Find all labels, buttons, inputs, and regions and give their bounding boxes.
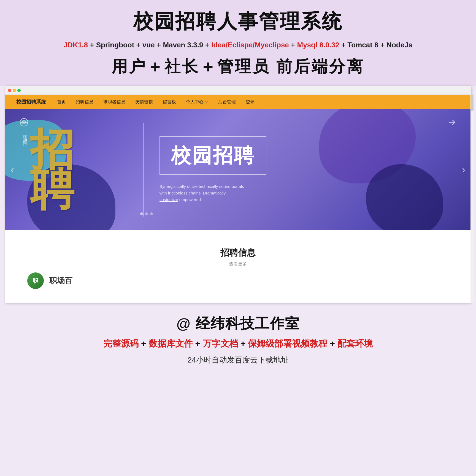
feat-plus1: + bbox=[141, 339, 149, 348]
feat-plus4: + bbox=[330, 339, 337, 348]
nav-jobs[interactable]: 招聘信息 bbox=[76, 99, 93, 105]
hero-desc: Synergistically utilize technically soun… bbox=[159, 183, 270, 203]
nav-links: 首页 招聘信息 求职者信息 友情链接 留言板 个人中心 ∨ 后台管理 登录 bbox=[57, 99, 255, 105]
close-dot[interactable] bbox=[8, 89, 11, 92]
maximize-dot[interactable] bbox=[17, 89, 21, 92]
hero-title-text: 校园招聘 bbox=[171, 142, 255, 169]
tech-stack-line: JDK1.8 + Springboot + vue + Maven 3.3.9 … bbox=[6, 40, 470, 50]
minimize-dot[interactable] bbox=[13, 89, 16, 92]
nav-message[interactable]: 留言板 bbox=[163, 99, 176, 105]
logo-area: 职 职场百 bbox=[16, 270, 460, 292]
nav-links-menu[interactable]: 友情链接 bbox=[135, 99, 153, 105]
bottom-section: @ 经纬科技工作室 完整源码 + 数据库文件 + 万字文档 + 保姆级部署视频教… bbox=[0, 303, 476, 374]
hero-small-text: 求职路上与你同行 bbox=[22, 130, 28, 139]
section-title: 招聘信息 bbox=[16, 247, 460, 259]
nav-logo[interactable]: 校园招聘系统 bbox=[16, 99, 46, 105]
features-line: 完整源码 + 数据库文件 + 万字文档 + 保姆级部署视频教程 + 配套环境 bbox=[6, 338, 470, 350]
hero-left: 求职路上与你同行 招聘 bbox=[5, 130, 137, 209]
tech-mysql: Mysql 8.0.32 bbox=[297, 41, 339, 49]
subtitle: 用户＋社长＋管理员 前后端分离 bbox=[6, 56, 470, 77]
feature-db: 数据库文件 bbox=[149, 339, 193, 348]
browser-window: 校园招聘系统 首页 招聘信息 求职者信息 友情链接 留言板 个人中心 ∨ 后台管… bbox=[5, 86, 471, 303]
download-label: 24小时自动发百度云下载地址 bbox=[6, 355, 470, 365]
hero-banner: 求职路上与你同行 招聘 校园招聘 Synergistically utilize… bbox=[5, 109, 471, 230]
studio-label: @ 经纬科技工作室 bbox=[6, 314, 470, 333]
hero-right: 校园招聘 Synergistically utilize technically… bbox=[137, 125, 471, 214]
svg-point-2 bbox=[23, 121, 25, 123]
nav-home[interactable]: 首页 bbox=[57, 99, 66, 105]
nav-profile[interactable]: 个人中心 ∨ bbox=[186, 99, 208, 105]
scrollbar-thumb[interactable] bbox=[471, 94, 471, 111]
content-area: 招聘信息 查看更多 职 职场百 bbox=[5, 230, 471, 303]
nav-seekers[interactable]: 求职者信息 bbox=[103, 99, 125, 105]
company-name-partial: 职场百 bbox=[49, 275, 72, 286]
tech-nodejs: + NodeJs bbox=[380, 41, 412, 49]
feature-video: 保姆级部署视频教程 bbox=[248, 339, 327, 348]
hero-desc-customize: customize bbox=[159, 197, 178, 202]
feat-plus2: + bbox=[195, 339, 203, 348]
tech-ide: Idea/Eclispe/Myeclipse bbox=[211, 41, 289, 49]
next-arrow[interactable]: › bbox=[462, 164, 465, 175]
feature-env: 配套环境 bbox=[337, 339, 373, 348]
tech-sep1: + Springboot + vue + Maven 3.3.9 + bbox=[90, 41, 211, 49]
hero-dot-2 bbox=[145, 212, 148, 215]
section-title-wrap: 招聘信息 查看更多 bbox=[16, 247, 460, 267]
hero-big-chinese: 招聘 bbox=[22, 130, 137, 209]
hero-divider bbox=[143, 123, 144, 217]
tech-sep2: + bbox=[291, 41, 297, 49]
hero-desc-line2: with frictionless chains. Dramatically bbox=[159, 191, 226, 195]
hero-dot-3 bbox=[150, 212, 153, 215]
tech-tomcat: Tomcat 8 bbox=[347, 41, 378, 49]
feature-source: 完整源码 bbox=[103, 339, 139, 348]
view-more-link[interactable]: 查看更多 bbox=[16, 261, 460, 267]
nav-admin[interactable]: 后台管理 bbox=[218, 99, 236, 105]
eye-icon[interactable] bbox=[19, 117, 29, 129]
hero-title-box: 校园招聘 bbox=[159, 136, 266, 175]
browser-chrome bbox=[5, 86, 471, 95]
feat-plus3: + bbox=[240, 339, 248, 348]
hero-desc-line1: Synergistically utilize technically soun… bbox=[159, 184, 244, 189]
hero-desc-line3: empowered bbox=[179, 197, 201, 202]
prev-arrow[interactable]: ‹ bbox=[11, 164, 14, 175]
top-section: 校园招聘人事管理系统 JDK1.8 + Springboot + vue + M… bbox=[0, 0, 476, 86]
nav-login[interactable]: 登录 bbox=[246, 99, 255, 105]
browser-dots bbox=[8, 89, 21, 92]
hero-dots bbox=[140, 212, 153, 215]
feature-doc: 万字文档 bbox=[203, 339, 238, 348]
tech-sep3: + bbox=[341, 41, 347, 49]
main-title: 校园招聘人事管理系统 bbox=[6, 8, 470, 35]
tech-jdk: JDK1.8 bbox=[64, 41, 88, 49]
arrow-icon[interactable] bbox=[447, 117, 457, 129]
hero-dot-1 bbox=[140, 212, 143, 215]
company-logo-icon: 职 bbox=[27, 272, 44, 289]
nav-bar: 校园招聘系统 首页 招聘信息 求职者信息 友情链接 留言板 个人中心 ∨ 后台管… bbox=[5, 95, 471, 109]
